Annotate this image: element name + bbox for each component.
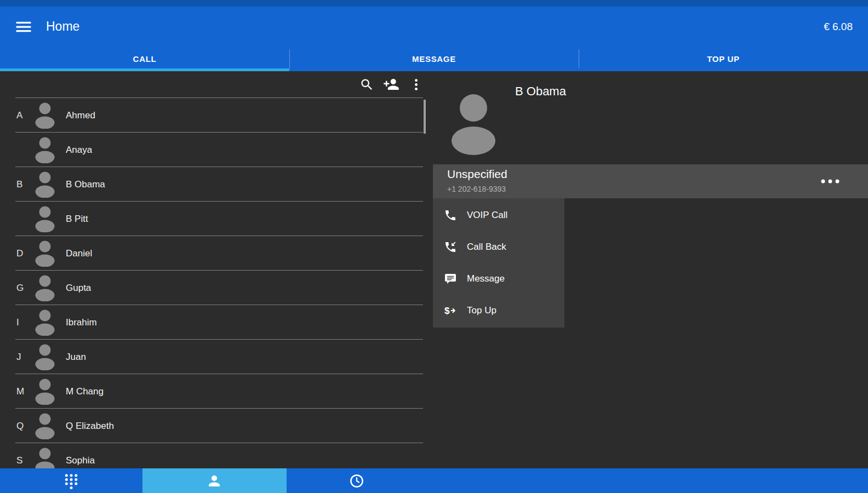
- number-label: Unspecified: [447, 168, 507, 181]
- contact-avatar-icon: [33, 448, 57, 469]
- account-balance: € 6.08: [824, 21, 853, 33]
- contact-avatar-icon: [33, 206, 57, 232]
- tab-message[interactable]: MESSAGE: [289, 47, 579, 71]
- tab-top-up[interactable]: TOP UP: [579, 47, 868, 71]
- dialpad-icon[interactable]: [63, 473, 79, 489]
- contact-avatar-icon: [33, 275, 57, 301]
- action-voip-call[interactable]: VOIP Call: [433, 199, 564, 231]
- contacts-panel: A Ahmed Anaya B B Obama B Pitt D: [0, 71, 426, 468]
- contact-row[interactable]: G Gupta: [0, 271, 426, 305]
- more-dots-icon[interactable]: [821, 179, 840, 184]
- history-clock-icon[interactable]: [349, 473, 365, 489]
- contact-group-letter: B: [16, 179, 33, 190]
- contacts-tab-icon[interactable]: [206, 473, 222, 489]
- contact-name: Sophia: [66, 455, 95, 466]
- contact-group-letter: G: [16, 283, 33, 294]
- action-label: Message: [467, 273, 505, 284]
- contact-avatar-icon: [33, 379, 57, 405]
- contact-name: Q Elizabeth: [66, 421, 114, 432]
- contact-row[interactable]: S Sophia: [0, 443, 426, 468]
- contact-avatar-icon: [33, 171, 57, 198]
- app-bar: Home € 6.08: [0, 7, 868, 47]
- contact-group-letter: Q: [16, 421, 33, 432]
- contact-name: B Pitt: [66, 214, 88, 225]
- svg-text:$: $: [444, 306, 450, 316]
- action-label: Call Back: [467, 242, 506, 253]
- contact-list: A Ahmed Anaya B B Obama B Pitt D: [0, 98, 426, 468]
- action-label: VOIP Call: [467, 210, 507, 221]
- action-top-up[interactable]: $ Top Up: [433, 295, 564, 326]
- contact-name: Ahmed: [66, 110, 95, 121]
- contact-name: Juan: [66, 352, 86, 363]
- contact-group-letter: I: [16, 317, 33, 328]
- status-bar: [0, 0, 868, 7]
- contact-row[interactable]: M M Chang: [0, 374, 426, 409]
- top-up-icon: $: [444, 304, 457, 317]
- contact-row[interactable]: I Ibrahim: [0, 305, 426, 340]
- contact-name: Ibrahim: [66, 317, 97, 328]
- contact-avatar-icon: [33, 413, 57, 439]
- contact-avatar-icon: [33, 344, 57, 370]
- voip-call-icon: [444, 209, 457, 222]
- contact-avatar-icon: [33, 102, 57, 129]
- contact-row[interactable]: B B Obama: [0, 167, 426, 202]
- contact-row[interactable]: D Daniel: [0, 236, 426, 271]
- action-message[interactable]: Message: [433, 263, 564, 295]
- message-icon: [444, 272, 457, 285]
- contact-name: B Obama: [66, 179, 105, 190]
- contact-row[interactable]: J Juan: [0, 340, 426, 374]
- contact-name: Gupta: [66, 283, 91, 294]
- contact-name: M Chang: [66, 386, 104, 397]
- contact-row[interactable]: B Pitt: [0, 202, 426, 236]
- contact-detail-panel: B Obama Unspecified +1 202-618-9393 VOIP…: [426, 71, 868, 468]
- detail-avatar-icon: [449, 94, 498, 155]
- contact-group-letter: M: [16, 386, 33, 397]
- contact-avatar-icon: [33, 309, 57, 336]
- contacts-toolbar: [0, 71, 426, 98]
- contact-group-letter: D: [16, 248, 33, 259]
- call-back-icon: [444, 240, 457, 254]
- bottom-nav-bar: [0, 468, 868, 493]
- search-icon[interactable]: [358, 76, 375, 93]
- contact-group-letter: A: [16, 110, 33, 121]
- contact-action-menu: VOIP Call Call Back Message $ Top Up: [433, 198, 564, 328]
- page-title: Home: [46, 19, 79, 34]
- contact-avatar-icon: [33, 240, 57, 267]
- contact-name: Anaya: [66, 145, 92, 156]
- contact-name: Daniel: [66, 248, 92, 259]
- contact-group-letter: J: [16, 352, 33, 363]
- action-call-back[interactable]: Call Back: [433, 231, 564, 263]
- contact-group-letter: S: [16, 455, 33, 466]
- action-label: Top Up: [467, 305, 496, 316]
- phone-number: +1 202-618-9393: [447, 185, 506, 193]
- detail-contact-name: B Obama: [515, 84, 566, 99]
- tab-bar: CALL MESSAGE TOP UP: [0, 47, 868, 71]
- active-tab-indicator: [0, 68, 289, 71]
- contact-row[interactable]: Q Q Elizabeth: [0, 409, 426, 443]
- list-scrollbar[interactable]: [424, 100, 426, 134]
- phone-number-row[interactable]: Unspecified +1 202-618-9393: [433, 164, 868, 198]
- contact-row[interactable]: A Ahmed: [0, 98, 426, 133]
- add-contact-icon[interactable]: [383, 76, 399, 93]
- hamburger-menu-icon[interactable]: [15, 19, 32, 35]
- tab-call[interactable]: CALL: [0, 47, 289, 71]
- overflow-menu-icon[interactable]: [408, 76, 424, 93]
- contact-row[interactable]: Anaya: [0, 133, 426, 167]
- contact-avatar-icon: [33, 137, 57, 163]
